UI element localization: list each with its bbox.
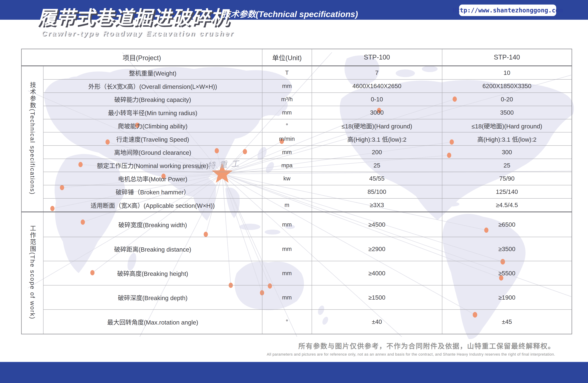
table-row: 最大回转角度(Max.rotation angle) ° ±40 ±45 xyxy=(21,309,572,334)
stp100-value: 45/55 xyxy=(312,172,442,185)
row-unit: mm xyxy=(262,212,312,237)
table-row: 适用断面（宽X高）(Applicable section(W×H)) m ≥3X… xyxy=(21,198,572,212)
spec-table: 项目(Project) 单位(Unit) STP-100 STP-140 技术参… xyxy=(21,49,572,334)
row-unit: ° xyxy=(262,309,312,334)
row-label: 整机重量(Weight) xyxy=(43,66,262,79)
stp100-value: 25 xyxy=(312,159,442,172)
row-label: 外形（长X宽X高）(Overall dimension(L×W×H)) xyxy=(43,79,262,93)
row-unit: mm xyxy=(262,106,312,119)
stp140-value: 25 xyxy=(442,159,572,172)
table-row: 破碎锤（Broken hammer） 85/100 125/140 xyxy=(21,185,572,198)
stp100-value: ≥3X3 xyxy=(312,198,442,212)
stp100-value: 4600X1640X2650 xyxy=(312,79,442,93)
group-label-technical-specs: 技术参数(Technical specifications) xyxy=(21,66,43,212)
row-label: 离地间隙(Ground clearance) xyxy=(43,146,262,159)
row-label: 行走速度(Traveling Speed) xyxy=(43,132,262,146)
row-unit: mm xyxy=(262,237,312,261)
disclaimer-chinese: 所有参数与图片仅供参考，不作为合同附件及依据，山特重工保留最终解释权。 xyxy=(267,341,555,350)
stp140-value: 3500 xyxy=(442,106,572,119)
row-label: 破碎距离(Breaking distance) xyxy=(43,237,262,261)
row-unit: mm xyxy=(262,285,312,309)
section-heading: 技术参数(Technical specifications) xyxy=(222,7,358,19)
table-row: 技术参数(Technical specifications) 整机重量(Weig… xyxy=(21,66,572,79)
row-unit: mm xyxy=(262,146,312,159)
row-label: 最小转弯半径(Min turning radius) xyxy=(43,106,262,119)
row-unit: mpa xyxy=(262,159,312,172)
stp100-value: ±40 xyxy=(312,309,442,334)
column-header-stp100: STP-100 xyxy=(312,49,442,66)
stp140-value: ≥5500 xyxy=(442,261,572,285)
row-label: 最大回转角度(Max.rotation angle) xyxy=(43,309,262,334)
stp100-value: ≥4000 xyxy=(312,261,442,285)
row-unit xyxy=(262,185,312,198)
stp140-value: 高(High):3.1 低(low):2 xyxy=(442,132,572,146)
stp140-value: ≥4.5/4.5 xyxy=(442,198,572,212)
row-unit: mm xyxy=(262,261,312,285)
row-unit: m xyxy=(262,198,312,212)
stp140-value: ≥3500 xyxy=(442,237,572,261)
group-label-scope-of-work: 工作范围(The scope of work) xyxy=(21,212,43,334)
bottom-banner xyxy=(0,362,588,383)
stp140-value: 10 xyxy=(442,66,572,79)
table-row: 离地间隙(Ground clearance) mm 200 300 xyxy=(21,146,572,159)
table-row: 爬坡能力(Climbing ability) ° ≤18(硬地面)(Hard g… xyxy=(21,119,572,133)
table-row: 最小转弯半径(Min turning radius) mm 3000 3500 xyxy=(21,106,572,119)
stp140-value: 75/90 xyxy=(442,172,572,185)
column-header-stp140: STP-140 xyxy=(442,49,572,66)
disclaimer-english: All parameters and pictures are for refe… xyxy=(267,352,555,357)
row-label: 破碎锤（Broken hammer） xyxy=(43,185,262,198)
stp100-value: 7 xyxy=(312,66,442,79)
row-label: 爬坡能力(Climbing ability) xyxy=(43,119,262,133)
row-label: 破碎高度(Breaking height) xyxy=(43,261,262,285)
table-row: 电机总功率(Motor Power) kw 45/55 75/90 xyxy=(21,172,572,185)
stp140-value: 6200X1850X3350 xyxy=(442,79,572,93)
table-header-row: 项目(Project) 单位(Unit) STP-100 STP-140 xyxy=(21,49,572,66)
row-unit: T xyxy=(262,66,312,79)
table-row: 破碎能力(Breaking capacity) m³/h 0-10 0-20 xyxy=(21,93,572,106)
row-label: 破碎深度(Breaking depth) xyxy=(43,285,262,309)
stp140-value: 0-20 xyxy=(442,93,572,106)
row-label: 适用断面（宽X高）(Applicable section(W×H)) xyxy=(43,198,262,212)
stp100-value: 高(High):3.1 低(low):2 xyxy=(312,132,442,146)
row-unit: m/min xyxy=(262,132,312,146)
table-row: 破碎高度(Breaking height) mm ≥4000 ≥5500 xyxy=(21,261,572,285)
page-subtitle: Crawler-type Roadway Excavation crusher xyxy=(42,29,234,38)
row-unit: mm xyxy=(262,79,312,93)
stp100-value: ≥1500 xyxy=(312,285,442,309)
website-url-badge: Http://www.shantezhonggong.com xyxy=(459,4,556,16)
page-title: 履带式巷道掘进破碎机 xyxy=(37,2,229,30)
stp100-value: ≥4500 xyxy=(312,212,442,237)
stp140-value: ≤18(硬地面)(Hard ground) xyxy=(442,119,572,133)
footer-disclaimer: 所有参数与图片仅供参考，不作为合同附件及依据，山特重工保留最终解释权。 All … xyxy=(267,341,555,357)
row-unit: kw xyxy=(262,172,312,185)
stp140-value: ±45 xyxy=(442,309,572,334)
row-label: 额定工作压力(Nominal working pressure) xyxy=(43,159,262,172)
stp100-value: ≤18(硬地面)(Hard ground) xyxy=(312,119,442,133)
table-row: 行走速度(Traveling Speed) m/min 高(High):3.1 … xyxy=(21,132,572,146)
table-row: 外形（长X宽X高）(Overall dimension(L×W×H)) mm 4… xyxy=(21,79,572,93)
stp100-value: 3000 xyxy=(312,106,442,119)
table-row: 额定工作压力(Nominal working pressure) mpa 25 … xyxy=(21,159,572,172)
row-label: 破碎宽度(Breaking width) xyxy=(43,212,262,237)
stp140-value: ≥6500 xyxy=(442,212,572,237)
table-row: 工作范围(The scope of work) 破碎宽度(Breaking wi… xyxy=(21,212,572,237)
table-row: 破碎深度(Breaking depth) mm ≥1500 ≥1900 xyxy=(21,285,572,309)
stp100-value: 200 xyxy=(312,146,442,159)
stp140-value: 300 xyxy=(442,146,572,159)
column-header-project: 项目(Project) xyxy=(21,49,262,66)
row-label: 电机总功率(Motor Power) xyxy=(43,172,262,185)
stp140-value: 125/140 xyxy=(442,185,572,198)
table-row: 破碎距离(Breaking distance) mm ≥2900 ≥3500 xyxy=(21,237,572,261)
stp100-value: 0-10 xyxy=(312,93,442,106)
column-header-unit: 单位(Unit) xyxy=(262,49,312,66)
stp100-value: ≥2900 xyxy=(312,237,442,261)
row-unit: m³/h xyxy=(262,93,312,106)
row-label: 破碎能力(Breaking capacity) xyxy=(43,93,262,106)
stp140-value: ≥1900 xyxy=(442,285,572,309)
website-url-text: Http://www.shantezhonggong.com xyxy=(452,7,563,14)
stp100-value: 85/100 xyxy=(312,185,442,198)
row-unit: ° xyxy=(262,119,312,133)
